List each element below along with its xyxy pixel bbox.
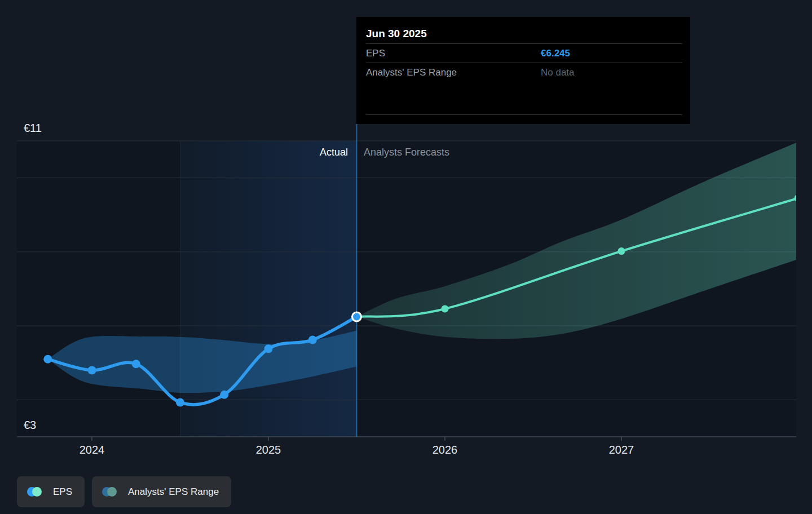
tooltip-row-range: Analysts' EPS Range No data: [356, 63, 690, 82]
x-tick-label-2024: 2024: [67, 444, 117, 457]
forecast-section-label: Analysts Forecasts: [364, 147, 449, 158]
legend-label: EPS: [53, 486, 72, 498]
chart-legend: EPS Analysts' EPS Range: [17, 476, 231, 507]
tooltip-date: Jun 30 2025: [356, 17, 690, 43]
x-tick-label-2026: 2026: [420, 444, 470, 457]
tooltip-range-value: No data: [541, 67, 575, 78]
tooltip-spacer: [356, 82, 690, 114]
y-axis-min-label: €3: [24, 419, 36, 432]
eps-mint-dot-icon: [32, 487, 42, 497]
legend-item-analysts-eps-range[interactable]: Analysts' EPS Range: [92, 476, 231, 507]
tooltip-eps-value: €6.245: [541, 48, 570, 59]
tooltip-range-label: Analysts' EPS Range: [366, 67, 457, 78]
range-teal-dot-icon: [107, 487, 117, 497]
y-axis-max-label: €11: [24, 122, 42, 135]
tooltip-row-eps: EPS €6.245: [356, 44, 690, 63]
x-tick-label-2025: 2025: [243, 444, 294, 457]
plot-hover-area[interactable]: [17, 141, 796, 437]
chart-tooltip: Jun 30 2025 EPS €6.245 Analysts' EPS Ran…: [356, 17, 690, 124]
eps-forecast-chart: €11 €3 Actual Analysts Forecasts 2024 20…: [0, 0, 812, 514]
actual-section-label: Actual: [226, 147, 348, 158]
legend-label: Analysts' EPS Range: [128, 486, 219, 498]
legend-item-eps[interactable]: EPS: [17, 476, 85, 507]
x-tick-label-2027: 2027: [596, 444, 647, 457]
tooltip-eps-label: EPS: [366, 48, 385, 59]
